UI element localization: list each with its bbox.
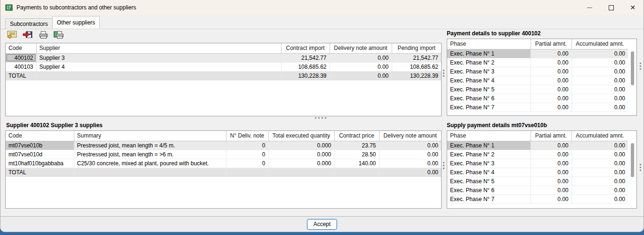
cell-partial[interactable]: 0.00 — [531, 94, 572, 103]
col-header-total-executed[interactable]: Total executed quantity — [268, 131, 334, 141]
table-row[interactable]: Exec. Phase N° 3 0.00 0.00 — [447, 67, 628, 76]
table-row[interactable]: Exec. Phase N° 7 0.00 0.00 — [447, 103, 628, 112]
col-header-partial[interactable]: Partial amnt. — [531, 39, 572, 49]
cell-total-executed[interactable]: 0.000 — [268, 159, 334, 168]
cell-delivery-note-amount[interactable]: 0.00 — [379, 141, 441, 150]
cell-contract-import[interactable]: 21,542.77 — [281, 53, 330, 62]
cell-phase[interactable]: Exec. Phase N° 4 — [447, 76, 531, 85]
cell-accumulated[interactable]: 0.00 — [572, 177, 628, 186]
col-header-accumulated[interactable]: Accumulated amnt. — [572, 39, 628, 49]
certificate-button[interactable] — [6, 30, 18, 41]
cell-partial[interactable]: 0.00 — [531, 150, 572, 159]
cell-phase[interactable]: Exec. Phase N° 5 — [447, 177, 531, 186]
print-preview-button[interactable] — [53, 30, 65, 41]
cell-code[interactable]: 400103 — [6, 62, 36, 71]
table-row[interactable]: Exec. Phase N° 6 0.00 0.00 — [447, 186, 628, 194]
table-row[interactable]: mt07vse010d Prestressed joist, mean leng… — [6, 150, 441, 159]
cell-summary[interactable]: Prestressed joist, mean length = 4/5 m. — [74, 141, 226, 150]
cell-phase[interactable]: Exec. Phase N° 3 — [447, 67, 531, 76]
table-row[interactable]: 400102 Supplier 3 21,542.77 0.00 21,542.… — [6, 53, 441, 62]
table-row[interactable]: Exec. Phase N° 5 0.00 0.00 — [447, 177, 628, 186]
print-button[interactable] — [37, 30, 49, 41]
cell-code[interactable]: 400102 — [6, 53, 36, 62]
cell-phase[interactable]: Exec. Phase N° 1 — [447, 49, 531, 58]
cell-partial[interactable]: 0.00 — [531, 168, 572, 177]
minimize-button[interactable] — [579, 0, 600, 15]
maximize-button[interactable] — [600, 0, 622, 15]
col-header-phase[interactable]: Phase — [447, 131, 531, 141]
scrollbar-thumb[interactable] — [631, 51, 634, 85]
cell-supplier[interactable]: Supplier 3 — [36, 53, 281, 62]
cell-partial[interactable]: 0.00 — [531, 141, 572, 150]
vertical-splitter-grip[interactable] — [640, 164, 641, 171]
table-row[interactable]: mt07vse010b Prestressed joist, mean leng… — [6, 141, 441, 150]
cell-phase[interactable]: Exec. Phase N° 3 — [447, 159, 531, 168]
col-header-code[interactable]: Code — [6, 43, 36, 53]
cell-accumulated[interactable]: 0.00 — [572, 58, 628, 67]
col-header-summary[interactable]: Summary — [74, 131, 226, 141]
table-row[interactable]: Exec. Phase N° 5 0.00 0.00 — [447, 85, 628, 94]
cell-accumulated[interactable]: 0.00 — [572, 186, 628, 194]
cell-total-executed[interactable]: 0.000 — [268, 141, 334, 150]
col-header-delivery-note-amount[interactable]: Delivery note amount — [330, 43, 392, 53]
table-row[interactable]: Exec. Phase N° 4 0.00 0.00 — [447, 168, 628, 177]
cell-accumulated[interactable]: 0.00 — [572, 141, 628, 150]
cell-phase[interactable]: Exec. Phase N° 7 — [447, 194, 531, 203]
table-row[interactable]: Exec. Phase N° 1 0.00 0.00 — [447, 49, 628, 58]
tab-subcontractors[interactable]: Subcontractors — [5, 18, 53, 29]
cell-contract-import[interactable]: 108,685.62 — [281, 62, 330, 71]
col-header-delivery-note-amount[interactable]: Delivery note amount — [379, 131, 441, 141]
table-row[interactable]: Exec. Phase N° 1 0.00 0.00 — [447, 141, 628, 150]
cell-accumulated[interactable]: 0.00 — [572, 150, 628, 159]
cell-accumulated[interactable]: 0.00 — [572, 194, 628, 203]
col-header-deliv-note[interactable]: N° Deliv. note — [226, 131, 268, 141]
cell-phase[interactable]: Exec. Phase N° 6 — [447, 94, 531, 103]
cell-partial[interactable]: 0.00 — [531, 67, 572, 76]
close-button[interactable]: ✕ — [622, 0, 644, 15]
table-row[interactable]: Exec. Phase N° 7 0.00 0.00 — [447, 194, 628, 203]
cell-accumulated[interactable]: 0.00 — [572, 49, 628, 58]
cell-delivery-note-amount[interactable]: 0.00 — [330, 62, 392, 71]
cell-phase[interactable]: Exec. Phase N° 2 — [447, 150, 531, 159]
cell-partial[interactable]: 0.00 — [531, 177, 572, 186]
col-header-accumulated[interactable]: Accumulated amnt. — [572, 131, 628, 141]
cell-partial[interactable]: 0.00 — [531, 103, 572, 112]
cell-contract-price[interactable]: 28.50 — [334, 150, 379, 159]
cell-delivery-note-amount[interactable]: 0.00 — [379, 150, 441, 159]
cell-partial[interactable]: 0.00 — [531, 186, 572, 194]
table-row[interactable]: Exec. Phase N° 2 0.00 0.00 — [447, 58, 628, 67]
save-export-button[interactable] — [22, 30, 34, 41]
cell-partial[interactable]: 0.00 — [531, 76, 572, 85]
cell-deliv-note[interactable]: 0 — [226, 159, 268, 168]
horizontal-splitter-grip[interactable] — [315, 117, 326, 119]
cell-partial[interactable]: 0.00 — [531, 85, 572, 94]
cell-summary[interactable]: C25/30 concrete, mixed at plant, poured … — [74, 159, 226, 168]
cell-pending-import[interactable]: 21,542.77 — [392, 53, 441, 62]
cell-pending-import[interactable]: 108,685.62 — [392, 62, 441, 71]
cell-phase[interactable]: Exec. Phase N° 4 — [447, 168, 531, 177]
col-header-partial[interactable]: Partial amnt. — [531, 131, 572, 141]
titlebar[interactable]: Payments to subcontractors and other sup… — [0, 0, 644, 15]
col-header-pending-import[interactable]: Pending import — [392, 43, 441, 53]
vertical-splitter-grip[interactable] — [443, 162, 444, 169]
cell-accumulated[interactable]: 0.00 — [572, 94, 628, 103]
table-row[interactable]: mt10haf010bgabbaba C25/30 concrete, mixe… — [6, 159, 441, 168]
vertical-splitter-grip[interactable] — [640, 63, 641, 70]
scrollbar-thumb[interactable] — [631, 143, 634, 177]
cell-phase[interactable]: Exec. Phase N° 6 — [447, 186, 531, 194]
cell-contract-price[interactable]: 140.00 — [334, 159, 379, 168]
table-row[interactable]: Exec. Phase N° 2 0.00 0.00 — [447, 150, 628, 159]
table-row[interactable]: Exec. Phase N° 3 0.00 0.00 — [447, 159, 628, 168]
cell-accumulated[interactable]: 0.00 — [572, 103, 628, 112]
col-header-contract-price[interactable]: Contract price — [334, 131, 379, 141]
table-row[interactable]: Exec. Phase N° 4 0.00 0.00 — [447, 76, 628, 85]
col-header-supplier[interactable]: Supplier — [36, 43, 281, 53]
cell-partial[interactable]: 0.00 — [531, 194, 572, 203]
cell-deliv-note[interactable]: 0 — [226, 150, 268, 159]
cell-accumulated[interactable]: 0.00 — [572, 76, 628, 85]
cell-delivery-note-amount[interactable]: 0.00 — [330, 53, 392, 62]
col-header-phase[interactable]: Phase — [447, 39, 531, 49]
col-header-code[interactable]: Code — [6, 131, 74, 141]
cell-phase[interactable]: Exec. Phase N° 1 — [447, 141, 531, 150]
cell-phase[interactable]: Exec. Phase N° 2 — [447, 58, 531, 67]
